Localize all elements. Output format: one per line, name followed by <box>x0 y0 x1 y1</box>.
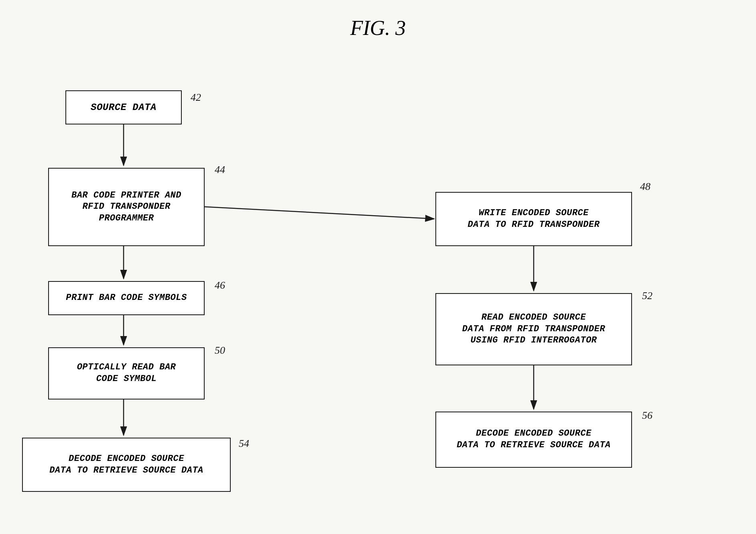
read-encoded-box: READ ENCODED SOURCE DATA FROM RFID TRANS… <box>435 293 632 365</box>
ref-50: 50 <box>215 344 225 357</box>
svg-line-5 <box>205 207 434 219</box>
write-encoded-box: WRITE ENCODED SOURCE DATA TO RFID TRANSP… <box>435 192 632 246</box>
ref-48: 48 <box>640 181 650 193</box>
ref-56: 56 <box>642 410 652 422</box>
ref-52: 52 <box>642 290 652 302</box>
bar-code-printer-box: BAR CODE PRINTER AND RFID TRANSPONDER PR… <box>48 168 205 246</box>
optically-read-box: OPTICALLY READ BAR CODE SYMBOL <box>48 347 205 399</box>
decode-left-box: DECODE ENCODED SOURCE DATA TO RETRIEVE S… <box>22 438 231 492</box>
source-data-box: SOURCE DATA <box>65 90 182 124</box>
ref-42: 42 <box>191 92 201 104</box>
ref-46: 46 <box>215 279 225 291</box>
figure-title: FIG. 3 <box>0 16 756 40</box>
print-bar-code-box: PRINT BAR CODE SYMBOLS <box>48 281 205 315</box>
ref-54: 54 <box>239 438 249 450</box>
decode-right-box: DECODE ENCODED SOURCE DATA TO RETRIEVE S… <box>435 412 632 468</box>
ref-44: 44 <box>215 164 225 176</box>
diagram-container: FIG. 3 SOURCE DATA 42 BAR CODE PRINTER A… <box>0 0 756 534</box>
